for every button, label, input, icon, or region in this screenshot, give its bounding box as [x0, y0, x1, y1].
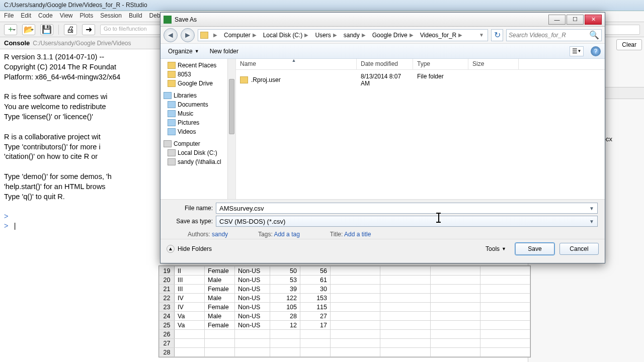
file-name: .Rproj.user: [251, 76, 281, 83]
crumb-arrow[interactable]: ▶: [210, 30, 221, 41]
tree-recent[interactable]: Recent Places: [160, 61, 235, 70]
rstudio-titlebar: C:/Users/sandy/Google Drive/Videos_for_R…: [0, 0, 644, 11]
tree-music[interactable]: Music: [160, 109, 235, 118]
save-as-dialog: Save As — ☐ ✕ ◄ ► ▶ Computer▶ Local Disk…: [160, 12, 605, 263]
folder-tree[interactable]: Recent Places 8053 Google Drive Librarie…: [160, 59, 236, 199]
new-file-button[interactable]: ＋: [4, 24, 17, 35]
crumb-computer[interactable]: Computer▶: [221, 30, 260, 41]
crumb-disk[interactable]: Local Disk (C:)▶: [260, 30, 312, 41]
menu-edit[interactable]: Edit: [21, 12, 31, 21]
search-box[interactable]: 🔍: [506, 29, 602, 41]
tree-documents[interactable]: Documents: [160, 100, 235, 109]
save-button[interactable]: Save: [515, 243, 554, 255]
table-row[interactable]: 28: [159, 348, 530, 357]
table-row[interactable]: 19IIFemaleNon-US5056: [159, 266, 530, 276]
file-row[interactable]: .Rproj.user 8/13/2014 8:07 AM File folde…: [236, 70, 605, 90]
chevron-down-icon[interactable]: ▼: [589, 206, 594, 211]
tree-8053[interactable]: 8053: [160, 70, 235, 79]
spreadsheet[interactable]: 19IIFemaleNon-US505620IIIMaleNon-US53612…: [158, 265, 531, 357]
back-button[interactable]: ◄: [164, 28, 178, 42]
file-date: 8/13/2014 8:07 AM: [357, 72, 413, 88]
refresh-button[interactable]: ↻: [491, 29, 503, 41]
crumb-gdrive[interactable]: Google Drive▶: [369, 30, 417, 41]
table-row[interactable]: 24VaMaleNon-US2827: [159, 312, 530, 321]
close-button[interactable]: ✕: [585, 15, 602, 25]
crumb-users[interactable]: Users▶: [312, 30, 340, 41]
tags-value[interactable]: Add a tag: [274, 231, 299, 238]
cancel-button[interactable]: Cancel: [559, 243, 599, 255]
table-row[interactable]: 26: [159, 330, 530, 339]
col-type[interactable]: Type: [413, 59, 468, 69]
tree-libraries[interactable]: Libraries: [160, 91, 235, 100]
file-list[interactable]: Name▲ Date modified Type Size .Rproj.use…: [236, 59, 605, 199]
save-button[interactable]: 💾: [40, 24, 53, 35]
menu-code[interactable]: Code: [38, 12, 53, 21]
crumb-sandy[interactable]: sandy▶: [341, 30, 369, 41]
search-icon: 🔍: [589, 30, 599, 40]
table-row[interactable]: 27: [159, 339, 530, 348]
menu-file[interactable]: File: [4, 12, 14, 21]
authors-value[interactable]: sandy: [212, 231, 228, 238]
tree-scrollbar[interactable]: [227, 59, 235, 199]
organize-menu[interactable]: Organize ▼: [165, 46, 203, 56]
chevron-down-icon[interactable]: ▼: [589, 219, 594, 224]
search-input[interactable]: [509, 32, 589, 39]
hide-folders-button[interactable]: ▲Hide Folders: [167, 245, 212, 253]
print-button[interactable]: 🖨: [64, 24, 77, 35]
file-type: File folder: [413, 72, 468, 88]
tools-menu[interactable]: Tools ▼: [481, 244, 510, 253]
filename-label: File name:: [168, 205, 213, 212]
crumb-videos[interactable]: Videos_for_R▶: [417, 30, 466, 41]
tree-videos[interactable]: Videos: [160, 127, 235, 136]
savetype-select[interactable]: CSV (MS-DOS) (*.csv)▼: [216, 216, 598, 227]
console-path: C:/Users/sandy/Google Drive/Videos: [33, 40, 131, 47]
menu-plots[interactable]: Plots: [80, 12, 94, 21]
maximize-button[interactable]: ☐: [567, 15, 584, 25]
col-name[interactable]: Name▲: [236, 59, 357, 69]
new-folder-button[interactable]: New folder: [210, 48, 238, 55]
table-row[interactable]: 23IVFemaleNon-US105115: [159, 303, 530, 312]
table-row[interactable]: 20IIIMaleNon-US5361: [159, 276, 530, 285]
view-options-button[interactable]: ☰▼: [570, 46, 584, 56]
dialog-titlebar[interactable]: Save As — ☐ ✕: [160, 13, 605, 27]
tree-network[interactable]: sandy (\\thalia.cl: [160, 157, 235, 166]
excel-icon: [164, 16, 172, 24]
sort-indicator-icon: ▲: [292, 58, 296, 63]
authors-label: Authors:: [188, 231, 210, 238]
table-row[interactable]: 22IVMaleNon-US122153: [159, 294, 530, 303]
menu-build[interactable]: Build: [129, 12, 142, 21]
forward-button[interactable]: ►: [181, 28, 195, 42]
help-button[interactable]: ?: [591, 46, 601, 56]
filename-input[interactable]: AMSsurvey.csv▼: [216, 203, 598, 214]
table-row[interactable]: 21IIIFemaleNon-US3930: [159, 285, 530, 294]
folder-icon: [240, 76, 248, 83]
dialog-toolbar: Organize ▼ New folder ☰▼ ?: [160, 44, 605, 59]
tree-pictures[interactable]: Pictures: [160, 118, 235, 127]
nav-bar: ◄ ► ▶ Computer▶ Local Disk (C:)▶ Users▶ …: [160, 27, 605, 44]
title-value[interactable]: Add a title: [344, 231, 371, 238]
savetype-label: Save as type:: [168, 218, 213, 225]
open-file-button[interactable]: 📂: [22, 24, 35, 35]
tree-gdrive[interactable]: Google Drive: [160, 79, 235, 88]
title-label: Title:: [330, 231, 343, 238]
console-label: Console: [4, 39, 30, 47]
menu-session[interactable]: Session: [100, 12, 122, 21]
crumb-dropdown[interactable]: ▼: [476, 30, 488, 41]
dialog-title: Save As: [175, 16, 548, 23]
tags-label: Tags:: [258, 231, 273, 238]
clear-button[interactable]: Clear: [616, 39, 642, 50]
minimize-button[interactable]: —: [548, 15, 566, 25]
tree-local-disk[interactable]: Local Disk (C:): [160, 148, 235, 157]
menu-view[interactable]: View: [60, 12, 73, 21]
col-size[interactable]: Size: [468, 59, 519, 69]
table-row[interactable]: 25VaFemaleNon-US1217: [159, 321, 530, 330]
col-date[interactable]: Date modified: [357, 59, 413, 69]
folder-icon: [200, 32, 208, 39]
breadcrumb[interactable]: ▶ Computer▶ Local Disk (C:)▶ Users▶ sand…: [198, 29, 488, 41]
tree-computer[interactable]: Computer: [160, 139, 235, 148]
goto-button[interactable]: ➜: [82, 24, 95, 35]
